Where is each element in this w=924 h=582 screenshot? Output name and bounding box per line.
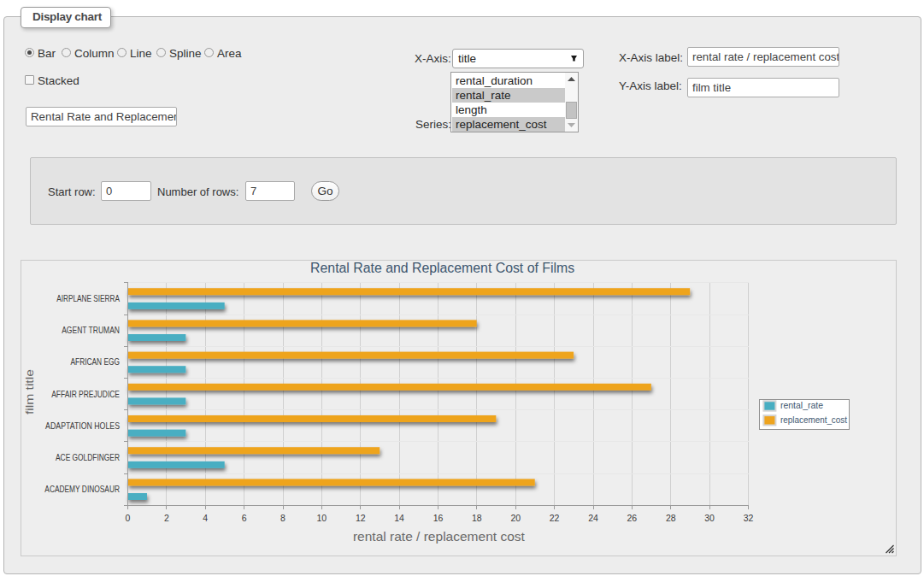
svg-text:ACADEMY DINOSAUR: ACADEMY DINOSAUR xyxy=(44,484,120,494)
svg-text:replacement_cost: replacement_cost xyxy=(780,414,847,425)
svg-text:22: 22 xyxy=(550,513,560,523)
svg-text:10: 10 xyxy=(317,513,327,523)
svg-text:rental_rate: rental_rate xyxy=(780,400,823,410)
svg-text:rental rate / replacement cost: rental rate / replacement cost xyxy=(353,530,525,544)
svg-text:ACE GOLDFINGER: ACE GOLDFINGER xyxy=(56,452,120,462)
svg-text:6: 6 xyxy=(242,513,247,523)
svg-text:AFFAIR PREJUDICE: AFFAIR PREJUDICE xyxy=(51,389,120,399)
svg-text:28: 28 xyxy=(666,513,676,523)
svg-text:24: 24 xyxy=(588,513,598,523)
svg-text:12: 12 xyxy=(356,513,366,523)
svg-text:8: 8 xyxy=(280,513,285,523)
svg-text:0: 0 xyxy=(126,513,131,523)
svg-text:32: 32 xyxy=(744,513,754,523)
svg-text:4: 4 xyxy=(203,513,208,523)
svg-text:26: 26 xyxy=(627,513,638,523)
svg-text:film title: film title xyxy=(23,369,36,414)
svg-text:16: 16 xyxy=(433,513,444,523)
svg-text:AIRPLANE SIERRA: AIRPLANE SIERRA xyxy=(56,293,120,303)
svg-text:2: 2 xyxy=(164,513,169,523)
svg-text:AFRICAN EGG: AFRICAN EGG xyxy=(71,356,121,367)
svg-text:18: 18 xyxy=(472,513,482,523)
svg-text:ADAPTATION HOLES: ADAPTATION HOLES xyxy=(45,420,120,431)
svg-text:20: 20 xyxy=(510,513,521,523)
svg-text:Rental Rate and Replacement Co: Rental Rate and Replacement Cost of Film… xyxy=(310,261,574,275)
svg-text:30: 30 xyxy=(704,513,715,523)
svg-text:14: 14 xyxy=(394,513,404,523)
svg-text:AGENT TRUMAN: AGENT TRUMAN xyxy=(62,325,120,335)
